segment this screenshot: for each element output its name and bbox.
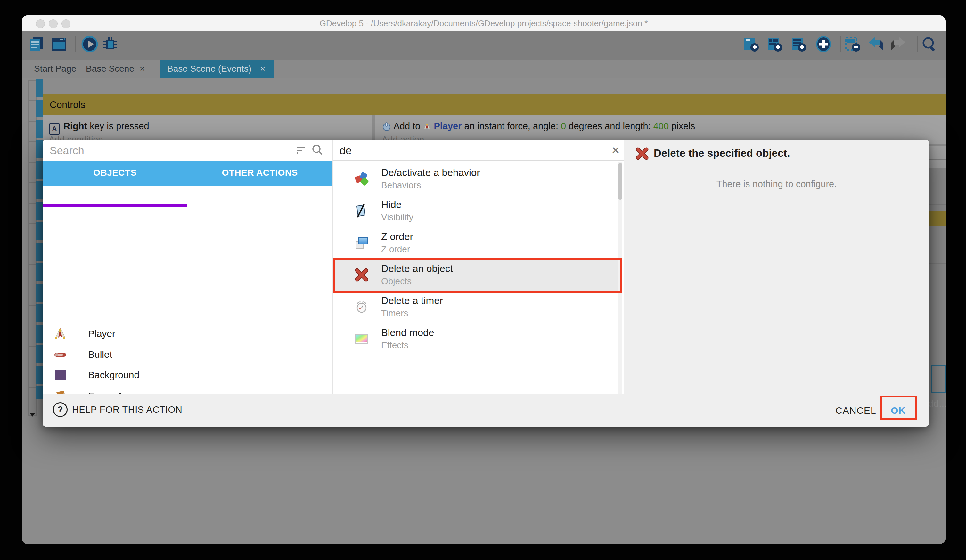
tab-label: Base Scene (Events): [167, 59, 251, 78]
main-toolbar: [22, 31, 946, 59]
tab-base-scene[interactable]: Base Scene: [86, 59, 134, 78]
object-search-input[interactable]: Search: [50, 140, 84, 161]
search-underline: [333, 160, 624, 161]
add-comment-icon[interactable]: [766, 36, 782, 52]
action-item-delete-timer[interactable]: Delete a timer Timers: [332, 291, 620, 323]
condition-key: Right: [63, 121, 87, 131]
player-object-icon: [423, 123, 431, 131]
row-divider: [929, 241, 946, 241]
tab-indicator: [43, 204, 187, 207]
list-item-player[interactable]: Player: [43, 324, 332, 344]
timer-icon: [354, 300, 369, 314]
action-editor-dialog: Search OBJECTS OTHER ACTIONS: [43, 140, 929, 427]
cancel-button[interactable]: CANCEL: [835, 394, 876, 427]
clear-search-icon[interactable]: ✕: [610, 144, 622, 157]
help-button[interactable]: ?HELP FOR THIS ACTION: [53, 402, 182, 418]
bullet-object-icon: [54, 348, 67, 361]
events-gutter: [28, 80, 36, 416]
play-button-icon[interactable]: [81, 36, 98, 52]
objects-pane: Search OBJECTS OTHER ACTIONS: [43, 140, 332, 394]
hide-icon: [354, 203, 369, 218]
event-group-header[interactable]: Controls: [43, 94, 946, 115]
config-pane: Delete the specified object. There is no…: [624, 140, 929, 394]
player-object-icon: [54, 327, 67, 340]
object-name: Enemy1: [88, 386, 123, 394]
row-divider: [929, 159, 946, 160]
row-divider: [929, 182, 946, 182]
filter-icon[interactable]: [295, 145, 307, 156]
force-hand-icon: [382, 122, 391, 131]
fold-arrow-icon[interactable]: [30, 413, 35, 417]
annotation-box-delete-object: [333, 258, 622, 293]
action-object-name: Player: [434, 121, 462, 131]
action-item-blend-mode[interactable]: Blend mode Effects: [332, 323, 620, 355]
screenshot-root: GDevelop 5 - /Users/dkarakay/Documents/G…: [0, 0, 966, 560]
action-item-hide[interactable]: Hide Visibility: [332, 195, 620, 227]
toolbar-search-icon[interactable]: [921, 36, 938, 52]
tab-base-scene-events-close-icon[interactable]: ×: [260, 59, 265, 78]
event-group-label: Controls: [43, 94, 946, 115]
dialog-tabs: OBJECTS OTHER ACTIONS: [43, 161, 332, 186]
search-icon: [311, 144, 324, 157]
add-circle-icon[interactable]: [815, 36, 832, 52]
actions-scrollbar-thumb[interactable]: [618, 163, 622, 200]
add-subevent-icon[interactable]: [790, 36, 807, 52]
action-item-z-order[interactable]: Z order Z order: [332, 227, 620, 259]
add-event-icon[interactable]: [743, 36, 759, 52]
tab-objects[interactable]: OBJECTS: [43, 161, 187, 186]
behavior-icon: [354, 172, 369, 186]
tab-other-actions[interactable]: OTHER ACTIONS: [187, 161, 332, 186]
dialog-footer: ?HELP FOR THIS ACTION CANCEL OK: [43, 394, 929, 427]
keyboard-icon: A: [49, 123, 60, 135]
toolbar-separator: [75, 36, 76, 52]
event-group-header-edge: [929, 211, 946, 226]
add-event-button-edge[interactable]: [931, 365, 946, 393]
titlebar: GDevelop 5 - /Users/dkarakay/Documents/G…: [22, 15, 946, 31]
row-divider: [929, 292, 946, 293]
redo-icon[interactable]: [890, 36, 907, 52]
z-order-icon: [354, 236, 369, 250]
action-search-input[interactable]: de: [340, 140, 352, 161]
event-selection-strips: [36, 79, 43, 399]
enemy1-object-icon: [54, 390, 67, 394]
toolbar-separator: [840, 36, 841, 52]
tab-base-scene-events[interactable]: Base Scene (Events) ×: [160, 59, 274, 78]
help-icon: ?: [53, 402, 67, 417]
row-divider: [929, 263, 946, 264]
row-divider: [929, 204, 946, 205]
nothing-to-configure-text: There is nothing to configure.: [624, 179, 929, 190]
list-item-background[interactable]: Background: [43, 365, 332, 385]
window-title: GDevelop 5 - /Users/dkarakay/Documents/G…: [22, 15, 946, 31]
project-manager-icon[interactable]: [28, 36, 45, 52]
scene-editor-icon[interactable]: [51, 36, 67, 52]
blend-mode-icon: [354, 332, 369, 346]
object-name: Background: [88, 365, 139, 385]
add-more-text[interactable]: dd...: [928, 398, 946, 409]
object-name: Bullet: [88, 344, 112, 365]
annotation-box-ok: [880, 396, 917, 420]
list-item-enemy1[interactable]: Enemy1: [43, 386, 332, 394]
condition-text: key is pressed: [87, 121, 149, 131]
action-length-value: 400: [654, 121, 669, 131]
toolbar-separator: [917, 36, 918, 52]
object-name: Player: [88, 324, 115, 344]
action-angle-value: 0: [561, 121, 566, 131]
tab-start-page[interactable]: Start Page: [34, 59, 76, 78]
undo-icon[interactable]: [867, 36, 884, 52]
editor-tabbar: Start Page Base Scene × Base Scene (Even…: [22, 59, 946, 78]
action-description-title: Delete the specified object.: [654, 147, 790, 159]
delete-event-icon[interactable]: [844, 36, 861, 52]
delete-object-icon: [635, 147, 649, 160]
list-item-bullet[interactable]: Bullet: [43, 344, 332, 365]
tab-base-scene-close-icon[interactable]: ×: [140, 59, 145, 78]
action-item-deactivate-behavior[interactable]: De/activate a behavior Behaviors: [332, 163, 620, 195]
background-object-icon: [54, 368, 67, 382]
debugger-bug-icon[interactable]: [102, 36, 118, 52]
